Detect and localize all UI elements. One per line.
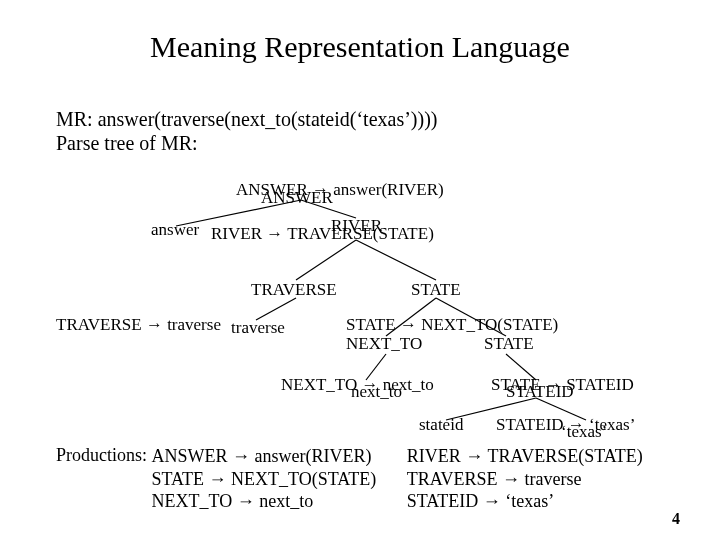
productions-lead: Productions: xyxy=(56,445,147,465)
label-stateid: STATEID xyxy=(506,382,574,402)
label-river: RIVER xyxy=(331,216,382,236)
page-number: 4 xyxy=(672,510,680,528)
mr-expression: MR: answer(traverse(next_to(stateid(‘tex… xyxy=(56,108,438,131)
rule-traverse: TRAVERSE → traverse xyxy=(56,315,221,335)
production-rule: NEXT_TO → next_to xyxy=(152,490,377,513)
leaf-traverse: traverse xyxy=(231,318,285,338)
productions-block: Productions: ANSWER → answer(RIVER) STAT… xyxy=(56,445,643,513)
slide-title: Meaning Representation Language xyxy=(0,30,720,64)
leaf-stateid: stateid xyxy=(419,415,463,435)
production-rule: TRAVERSE → traverse xyxy=(407,468,643,491)
production-rule: STATEID → ‘texas’ xyxy=(407,490,643,513)
leaf-nextto: next_to xyxy=(351,382,402,402)
svg-line-3 xyxy=(356,240,436,280)
productions-col-right: RIVER → TRAVERSE(STATE) TRAVERSE → trave… xyxy=(407,445,643,513)
production-rule: RIVER → TRAVERSE(STATE) xyxy=(407,445,643,468)
rule-state-nextto: STATE → NEXT_TO(STATE) xyxy=(346,315,558,335)
slide: Meaning Representation Language MR: answ… xyxy=(0,0,720,540)
svg-line-4 xyxy=(256,298,296,320)
label-traverse: TRAVERSE xyxy=(251,280,337,300)
productions-col-left: ANSWER → answer(RIVER) STATE → NEXT_TO(S… xyxy=(152,445,377,513)
production-rule: ANSWER → answer(RIVER) xyxy=(152,445,377,468)
parse-tree-heading: Parse tree of MR: xyxy=(56,132,198,155)
label-state-2: STATE xyxy=(484,334,534,354)
leaf-answer: answer xyxy=(151,220,199,240)
label-nextto: NEXT_TO xyxy=(346,334,422,354)
svg-line-2 xyxy=(296,240,356,280)
leaf-texas: ‘texas’ xyxy=(561,422,607,442)
rule-river: RIVER → TRAVERSE(STATE) xyxy=(211,224,434,244)
label-answer: ANSWER xyxy=(261,188,333,208)
production-rule: STATE → NEXT_TO(STATE) xyxy=(152,468,377,491)
label-state: STATE xyxy=(411,280,461,300)
parse-tree: ANSWER → answer(RIVER) ANSWER answer RIV… xyxy=(56,160,676,440)
